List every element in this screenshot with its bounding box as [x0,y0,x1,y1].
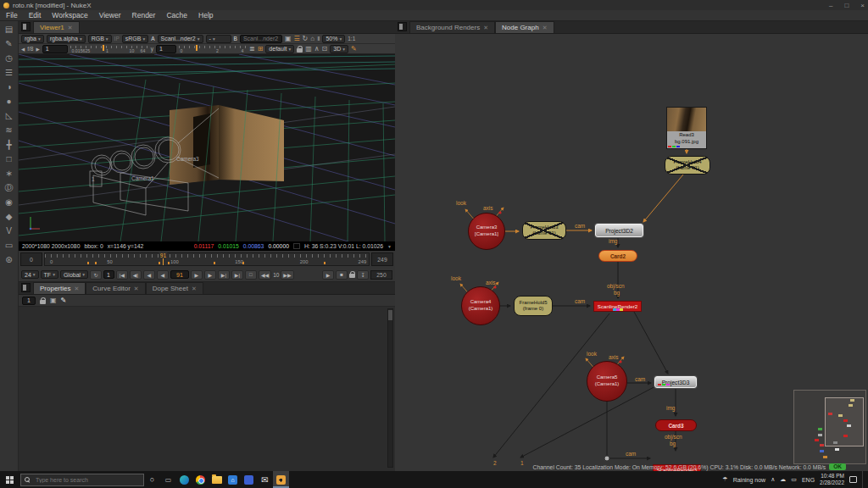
edit-pencil-icon[interactable]: ✎ [61,297,67,305]
step-forward-button[interactable]: ▶ [191,270,203,280]
tab-background-renders[interactable]: Background Renders✕ [409,21,495,33]
layer-dropdown[interactable]: rgba [21,35,44,43]
annotate-pencil-icon[interactable]: ✎ [351,45,357,53]
prev-keyframe-button[interactable]: ◀| [130,270,142,280]
taskbar-clock[interactable]: 10:48 PM 2/28/2022 [820,473,844,487]
task-view-icon[interactable]: ▭ [160,471,176,488]
dot-node[interactable] [604,456,609,461]
node-framehold3[interactable]: FrameHold3 (frame 91) [522,221,566,240]
a-input-dropdown[interactable]: Scanl...nder2 [158,35,203,43]
jump-back-button[interactable]: ◀◀ [259,270,271,280]
stop-render-button[interactable]: ■ [336,270,348,280]
panel-menu-icon[interactable] [21,22,31,31]
zoom-dropdown[interactable]: 50% [322,35,345,43]
gamma-slider-handle[interactable] [196,45,198,51]
gamma-slider[interactable]: 0 2 4 [179,46,247,52]
file-explorer-icon[interactable] [209,471,225,488]
node-card2[interactable]: Card2 [598,250,637,262]
timeline-ruler[interactable]: 0 50 100 150 200 249 91 [44,252,370,266]
frame-increment[interactable]: 10 [273,272,279,278]
timeline-mode-dropdown[interactable]: TF [41,270,58,279]
node-graph-canvas[interactable]: Read3 bg.091.jpg FrameHold4 (frame 91) C… [395,34,868,471]
snapshot-icon[interactable]: ▣ [50,297,57,305]
play-forward-button[interactable]: ▶ [204,270,216,280]
viewer-stack-field[interactable]: 1 [103,270,114,279]
b-input-dropdown[interactable]: Scanl...nder2 [240,35,282,43]
mail-icon[interactable]: ✉ [257,471,273,488]
app-blue-icon[interactable] [241,471,257,488]
panel-menu-icon[interactable] [398,22,407,31]
weather-text[interactable]: Raining now [733,477,766,483]
show-desktop-button[interactable] [862,471,865,488]
minimize-button[interactable]: – [829,2,832,9]
node-project3d2[interactable]: Project3D2 [595,224,643,237]
maximize-button[interactable]: □ [844,2,849,9]
metadata-nodes-icon[interactable]: ◆ [6,211,13,222]
chrome-icon[interactable] [192,471,209,488]
gain-slider[interactable]: 0.015625 1 10 64 [70,46,148,52]
other-nodes-icon[interactable]: ▭ [5,240,13,251]
time-nodes-icon[interactable]: ◷ [5,53,13,64]
deep-nodes-icon[interactable]: Ⓓ [5,182,14,193]
edge-icon[interactable] [176,471,192,488]
toolsets-icon[interactable]: V [6,225,12,236]
global-end-field[interactable]: 250 [370,270,392,280]
flipbook-button[interactable]: ▶ [322,270,334,280]
format-grid-icon[interactable]: ⊞ [258,45,264,53]
max-panels-field[interactable]: 1 [22,297,36,305]
gain-input[interactable]: 1 [42,45,68,53]
menu-viewer[interactable]: Viewer [99,11,121,19]
tab-dope-sheet[interactable]: Dope Sheet✕ [146,282,203,294]
tab-node-graph[interactable]: Node Graph✕ [495,21,554,33]
play-backward-button[interactable]: ◀ [143,270,155,280]
lock-icon[interactable] [40,297,46,304]
goto-start-button[interactable]: |◀ [116,270,128,280]
frame-range-dropdown[interactable]: Global [60,270,88,279]
loop-mode-button[interactable]: ↻ [90,270,102,280]
node-camera4[interactable]: Camera4 (Camera1) [461,286,500,325]
goto-end-button[interactable]: ▶| [231,270,243,280]
node-project3d3[interactable]: Project3D3 [654,376,697,388]
node-camera3[interactable]: Camera3 [Camera1] [468,213,505,250]
close-icon[interactable]: ✕ [134,286,139,292]
menu-render[interactable]: Render [132,11,156,19]
script-editor-icon[interactable]: ⊛ [5,254,12,265]
nodegraph-minimap[interactable] [793,390,866,464]
views-nodes-icon[interactable]: ◉ [5,197,13,208]
display-icon[interactable]: ▭ [791,476,797,483]
notification-center-icon[interactable] [849,476,857,483]
node-framehold5[interactable]: FrameHold5 (frame 0) [514,296,553,316]
close-icon[interactable]: ✕ [542,25,548,31]
collapse-arrow-icon[interactable]: ▼ [387,244,392,249]
mask-overlay-icon[interactable]: ⌂ [310,35,314,43]
channel-nodes-icon[interactable]: ☰ [5,67,13,78]
image-nodes-icon[interactable]: ▤ [5,24,13,35]
fps-dropdown[interactable]: 24 [21,270,39,279]
view-mode-dropdown[interactable]: 3D [330,45,348,53]
ab-blend-dropdown[interactable]: - [206,35,231,43]
tab-viewer1[interactable]: Viewer1✕ [33,21,80,33]
store-icon[interactable]: ⌂ [225,471,241,488]
close-button[interactable]: × [860,2,865,9]
close-icon[interactable]: ✕ [483,25,488,31]
input-process-toggle[interactable]: IP [114,35,120,43]
scanline-stripes-icon[interactable]: ☰ [293,35,299,43]
pause-icon[interactable]: ‖ [317,35,320,43]
close-icon[interactable]: ✕ [74,286,79,292]
alpha-layer-dropdown[interactable]: rgba.alpha [47,35,86,43]
draw-nodes-icon[interactable]: ✎ [5,38,12,49]
start-button[interactable] [0,471,19,488]
lock-range-icon[interactable] [349,271,355,278]
pixel-aspect-label[interactable]: 1:1 [348,35,355,43]
transform-nodes-icon[interactable]: ╋ [6,139,11,150]
pin-button[interactable]: ↧ [357,270,369,280]
language-indicator[interactable]: ENG [802,477,815,483]
filter-nodes-icon[interactable]: ● [6,96,11,107]
node-read3[interactable]: Read3 bg.091.jpg [666,107,707,149]
minimap-viewport[interactable] [825,397,864,446]
close-icon[interactable]: ✕ [68,25,73,31]
monitor-out-icon[interactable]: ▣ [285,35,292,43]
node-card3[interactable]: Card3 [655,419,697,431]
lut-dropdown[interactable]: sRGB [122,35,148,43]
gamma-input[interactable]: 1 [156,45,176,53]
